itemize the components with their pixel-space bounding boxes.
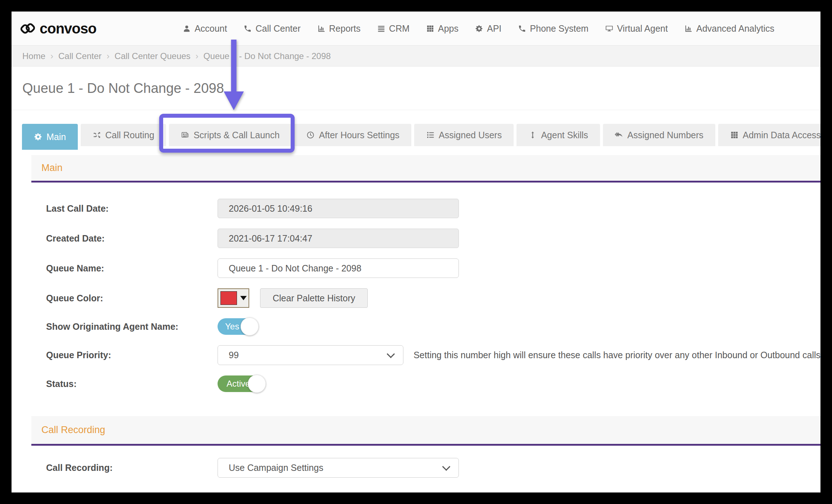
- toggle-on-label: Active: [218, 379, 250, 389]
- clear-palette-history-button[interactable]: Clear Palette History: [260, 288, 368, 308]
- row-queue-priority: Queue Priority: 99 Setting this number h…: [31, 345, 820, 365]
- call-recording-select[interactable]: Use Campaign Settings: [218, 458, 459, 478]
- section-title-main: Main: [41, 162, 63, 174]
- phone-icon: [243, 24, 252, 33]
- color-swatch-red: [220, 291, 237, 305]
- grid-icon: [426, 24, 434, 33]
- ordered-list-icon: [426, 131, 435, 139]
- settings-panel: Main Last Call Date: 2026-01-05 10:49:16…: [31, 155, 820, 478]
- nav-item-reports[interactable]: Reports: [317, 23, 361, 34]
- breadcrumb: Home › Call Center › Call Center Queues …: [12, 46, 820, 67]
- breadcrumb-home[interactable]: Home: [22, 51, 45, 61]
- convoso-logo[interactable]: convoso: [19, 20, 96, 37]
- row-created-date: Created Date: 2021-06-17 17:04:47: [31, 229, 820, 248]
- show-originating-agent-name-toggle[interactable]: Yes: [218, 318, 258, 335]
- row-call-recording: Call Recording: Use Campaign Settings: [31, 458, 820, 478]
- nav-item-phone-system[interactable]: Phone System: [518, 23, 589, 34]
- row-queue-color: Queue Color: Clear Palette History: [31, 288, 820, 308]
- brand-name: convoso: [40, 21, 96, 37]
- status-label: Status:: [46, 379, 218, 389]
- breadcrumb-current: Queue 1 - Do Not Change - 2098: [203, 51, 331, 61]
- main-section-rows: Last Call Date: 2026-01-05 10:49:16 Crea…: [31, 183, 820, 478]
- breadcrumb-separator: ›: [196, 51, 198, 61]
- user-icon: [183, 24, 191, 33]
- status-toggle[interactable]: Active: [218, 375, 265, 392]
- created-date-label: Created Date:: [46, 233, 218, 244]
- call-recording-section-rows: Call Recording: Use Campaign Settings: [31, 446, 820, 478]
- breadcrumb-separator: ›: [107, 51, 109, 61]
- nav-item-crm[interactable]: CRM: [377, 23, 410, 34]
- nav-item-apps[interactable]: Apps: [426, 23, 459, 34]
- newspaper-icon: [181, 131, 189, 139]
- queue-color-label: Queue Color:: [46, 293, 218, 303]
- shuffle-icon: [93, 131, 101, 139]
- queue-priority-select[interactable]: 99: [218, 345, 403, 365]
- section-header-main: Main: [31, 155, 820, 183]
- toggle-on-label: Yes: [218, 321, 239, 332]
- row-show-originating-agent-name: Show Originating Agent Name: Yes: [31, 318, 820, 335]
- arrows-vertical-icon: [528, 131, 537, 139]
- bar-chart-icon: [684, 24, 693, 33]
- monitor-icon: [605, 24, 613, 33]
- gear-icon: [475, 24, 483, 33]
- grid-icon: [730, 131, 739, 139]
- queue-name-input[interactable]: Queue 1 - Do Not Change - 2098: [218, 258, 459, 278]
- bar-chart-icon: [317, 24, 326, 33]
- queue-priority-label: Queue Priority:: [46, 350, 218, 360]
- top-navbar: convoso Account Call Center Reports CRM …: [12, 12, 820, 46]
- row-queue-name: Queue Name: Queue 1 - Do Not Change - 20…: [31, 258, 820, 278]
- reply-all-icon: [615, 131, 623, 139]
- nav-item-account[interactable]: Account: [183, 23, 227, 34]
- created-date-field: 2021-06-17 17:04:47: [218, 229, 459, 248]
- tab-call-routing[interactable]: Call Routing: [81, 124, 166, 146]
- clock-icon: [306, 131, 315, 139]
- section-title-call-recording: Call Recording: [41, 424, 105, 436]
- toggle-knob: [248, 375, 266, 393]
- last-call-date-label: Last Call Date:: [46, 203, 218, 214]
- gear-icon: [34, 132, 43, 141]
- tab-bar: Main Call Routing Scripts & Call Launch …: [22, 124, 820, 146]
- list-icon: [377, 24, 385, 33]
- tab-assigned-users[interactable]: Assigned Users: [414, 124, 514, 146]
- breadcrumb-call-center-queues[interactable]: Call Center Queues: [115, 51, 191, 61]
- tab-scripts-call-launch[interactable]: Scripts & Call Launch: [169, 124, 291, 146]
- toggle-knob: [241, 318, 259, 336]
- page-title: Queue 1 - Do Not Change - 2098: [22, 81, 224, 96]
- tab-assigned-numbers[interactable]: Assigned Numbers: [603, 124, 715, 146]
- breadcrumb-separator: ›: [50, 51, 53, 61]
- nav-item-advanced-analytics[interactable]: Advanced Analytics: [684, 23, 774, 34]
- show-originating-agent-name-label: Show Originating Agent Name:: [46, 321, 218, 332]
- app-window: convoso Account Call Center Reports CRM …: [12, 12, 820, 492]
- title-block: Queue 1 - Do Not Change - 2098: [12, 67, 820, 110]
- queue-priority-hint: Setting this number high will ensure the…: [413, 350, 820, 360]
- tab-after-hours-settings[interactable]: After Hours Settings: [294, 124, 411, 146]
- last-call-date-field: 2026-01-05 10:49:16: [218, 199, 459, 218]
- call-recording-label: Call Recording:: [46, 463, 218, 473]
- tab-agent-skills[interactable]: Agent Skills: [516, 124, 600, 146]
- dropdown-caret-icon: [240, 296, 247, 300]
- queue-color-picker[interactable]: [218, 288, 249, 308]
- nav-item-virtual-agent[interactable]: Virtual Agent: [605, 23, 668, 34]
- nav-items: Account Call Center Reports CRM Apps API…: [183, 23, 774, 34]
- breadcrumb-call-center[interactable]: Call Center: [58, 51, 102, 61]
- nav-item-call-center[interactable]: Call Center: [243, 23, 300, 34]
- phone-icon: [518, 24, 526, 33]
- tab-admin-data-access[interactable]: Admin Data Access: [718, 124, 820, 146]
- nav-item-api[interactable]: API: [475, 23, 501, 34]
- tab-main[interactable]: Main: [22, 124, 78, 150]
- queue-name-label: Queue Name:: [46, 263, 218, 274]
- convoso-logo-icon: [19, 20, 36, 37]
- section-header-call-recording: Call Recording: [31, 416, 820, 446]
- row-last-call-date: Last Call Date: 2026-01-05 10:49:16: [31, 199, 820, 218]
- row-status: Status: Active: [31, 375, 820, 392]
